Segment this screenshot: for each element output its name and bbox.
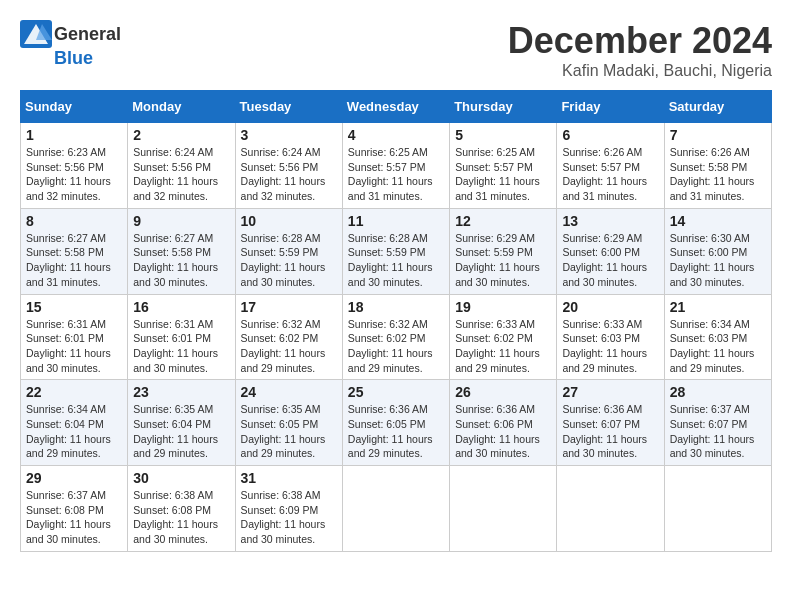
title-area: December 2024 Kafin Madaki, Bauchi, Nige…	[508, 20, 772, 80]
logo-icon	[20, 20, 52, 48]
day-number: 4	[348, 127, 444, 143]
logo-general-text: General	[54, 24, 121, 45]
weekday-header-friday: Friday	[557, 91, 664, 123]
day-number: 21	[670, 299, 766, 315]
day-number: 20	[562, 299, 658, 315]
day-number: 8	[26, 213, 122, 229]
day-number: 31	[241, 470, 337, 486]
day-info: Sunrise: 6:25 AM Sunset: 5:57 PM Dayligh…	[348, 145, 444, 204]
day-number: 29	[26, 470, 122, 486]
calendar-cell: 20Sunrise: 6:33 AM Sunset: 6:03 PM Dayli…	[557, 294, 664, 380]
logo: General Blue	[20, 20, 121, 69]
day-info: Sunrise: 6:28 AM Sunset: 5:59 PM Dayligh…	[348, 231, 444, 290]
day-info: Sunrise: 6:33 AM Sunset: 6:02 PM Dayligh…	[455, 317, 551, 376]
calendar-cell: 16Sunrise: 6:31 AM Sunset: 6:01 PM Dayli…	[128, 294, 235, 380]
month-title: December 2024	[508, 20, 772, 62]
calendar-week-1: 1Sunrise: 6:23 AM Sunset: 5:56 PM Daylig…	[21, 123, 772, 209]
calendar-cell	[557, 466, 664, 552]
day-info: Sunrise: 6:36 AM Sunset: 6:07 PM Dayligh…	[562, 402, 658, 461]
calendar-cell: 17Sunrise: 6:32 AM Sunset: 6:02 PM Dayli…	[235, 294, 342, 380]
day-info: Sunrise: 6:31 AM Sunset: 6:01 PM Dayligh…	[26, 317, 122, 376]
calendar-cell: 31Sunrise: 6:38 AM Sunset: 6:09 PM Dayli…	[235, 466, 342, 552]
day-number: 9	[133, 213, 229, 229]
day-number: 17	[241, 299, 337, 315]
weekday-header-sunday: Sunday	[21, 91, 128, 123]
location: Kafin Madaki, Bauchi, Nigeria	[508, 62, 772, 80]
day-number: 26	[455, 384, 551, 400]
calendar-cell: 18Sunrise: 6:32 AM Sunset: 6:02 PM Dayli…	[342, 294, 449, 380]
calendar-week-5: 29Sunrise: 6:37 AM Sunset: 6:08 PM Dayli…	[21, 466, 772, 552]
day-info: Sunrise: 6:32 AM Sunset: 6:02 PM Dayligh…	[348, 317, 444, 376]
day-number: 27	[562, 384, 658, 400]
day-number: 23	[133, 384, 229, 400]
day-number: 3	[241, 127, 337, 143]
day-info: Sunrise: 6:26 AM Sunset: 5:57 PM Dayligh…	[562, 145, 658, 204]
day-info: Sunrise: 6:33 AM Sunset: 6:03 PM Dayligh…	[562, 317, 658, 376]
day-number: 28	[670, 384, 766, 400]
calendar-cell: 26Sunrise: 6:36 AM Sunset: 6:06 PM Dayli…	[450, 380, 557, 466]
calendar-cell: 5Sunrise: 6:25 AM Sunset: 5:57 PM Daylig…	[450, 123, 557, 209]
calendar-cell: 11Sunrise: 6:28 AM Sunset: 5:59 PM Dayli…	[342, 208, 449, 294]
day-number: 2	[133, 127, 229, 143]
calendar-cell: 2Sunrise: 6:24 AM Sunset: 5:56 PM Daylig…	[128, 123, 235, 209]
calendar-cell: 19Sunrise: 6:33 AM Sunset: 6:02 PM Dayli…	[450, 294, 557, 380]
day-info: Sunrise: 6:24 AM Sunset: 5:56 PM Dayligh…	[133, 145, 229, 204]
day-number: 18	[348, 299, 444, 315]
day-info: Sunrise: 6:29 AM Sunset: 6:00 PM Dayligh…	[562, 231, 658, 290]
day-info: Sunrise: 6:35 AM Sunset: 6:05 PM Dayligh…	[241, 402, 337, 461]
calendar-cell	[664, 466, 771, 552]
weekday-header-wednesday: Wednesday	[342, 91, 449, 123]
weekday-header-tuesday: Tuesday	[235, 91, 342, 123]
calendar-cell: 14Sunrise: 6:30 AM Sunset: 6:00 PM Dayli…	[664, 208, 771, 294]
calendar-cell: 22Sunrise: 6:34 AM Sunset: 6:04 PM Dayli…	[21, 380, 128, 466]
day-info: Sunrise: 6:36 AM Sunset: 6:06 PM Dayligh…	[455, 402, 551, 461]
calendar-cell: 25Sunrise: 6:36 AM Sunset: 6:05 PM Dayli…	[342, 380, 449, 466]
day-info: Sunrise: 6:28 AM Sunset: 5:59 PM Dayligh…	[241, 231, 337, 290]
calendar-table: SundayMondayTuesdayWednesdayThursdayFrid…	[20, 90, 772, 552]
calendar-cell	[342, 466, 449, 552]
calendar-cell: 13Sunrise: 6:29 AM Sunset: 6:00 PM Dayli…	[557, 208, 664, 294]
calendar-header-row: SundayMondayTuesdayWednesdayThursdayFrid…	[21, 91, 772, 123]
day-number: 11	[348, 213, 444, 229]
day-info: Sunrise: 6:37 AM Sunset: 6:08 PM Dayligh…	[26, 488, 122, 547]
day-info: Sunrise: 6:38 AM Sunset: 6:09 PM Dayligh…	[241, 488, 337, 547]
day-number: 25	[348, 384, 444, 400]
day-number: 10	[241, 213, 337, 229]
calendar-cell: 4Sunrise: 6:25 AM Sunset: 5:57 PM Daylig…	[342, 123, 449, 209]
calendar-cell: 24Sunrise: 6:35 AM Sunset: 6:05 PM Dayli…	[235, 380, 342, 466]
calendar-cell: 29Sunrise: 6:37 AM Sunset: 6:08 PM Dayli…	[21, 466, 128, 552]
day-number: 6	[562, 127, 658, 143]
weekday-header-saturday: Saturday	[664, 91, 771, 123]
day-info: Sunrise: 6:23 AM Sunset: 5:56 PM Dayligh…	[26, 145, 122, 204]
calendar-cell: 15Sunrise: 6:31 AM Sunset: 6:01 PM Dayli…	[21, 294, 128, 380]
day-info: Sunrise: 6:38 AM Sunset: 6:08 PM Dayligh…	[133, 488, 229, 547]
day-number: 15	[26, 299, 122, 315]
calendar-cell: 3Sunrise: 6:24 AM Sunset: 5:56 PM Daylig…	[235, 123, 342, 209]
day-number: 14	[670, 213, 766, 229]
calendar-cell: 23Sunrise: 6:35 AM Sunset: 6:04 PM Dayli…	[128, 380, 235, 466]
day-number: 16	[133, 299, 229, 315]
day-info: Sunrise: 6:25 AM Sunset: 5:57 PM Dayligh…	[455, 145, 551, 204]
calendar-cell: 8Sunrise: 6:27 AM Sunset: 5:58 PM Daylig…	[21, 208, 128, 294]
weekday-header-monday: Monday	[128, 91, 235, 123]
calendar-cell: 10Sunrise: 6:28 AM Sunset: 5:59 PM Dayli…	[235, 208, 342, 294]
calendar-cell	[450, 466, 557, 552]
day-number: 12	[455, 213, 551, 229]
day-info: Sunrise: 6:30 AM Sunset: 6:00 PM Dayligh…	[670, 231, 766, 290]
logo-blue-text: Blue	[54, 48, 93, 69]
calendar-week-4: 22Sunrise: 6:34 AM Sunset: 6:04 PM Dayli…	[21, 380, 772, 466]
calendar-cell: 1Sunrise: 6:23 AM Sunset: 5:56 PM Daylig…	[21, 123, 128, 209]
day-number: 1	[26, 127, 122, 143]
calendar-cell: 30Sunrise: 6:38 AM Sunset: 6:08 PM Dayli…	[128, 466, 235, 552]
calendar-cell: 21Sunrise: 6:34 AM Sunset: 6:03 PM Dayli…	[664, 294, 771, 380]
day-info: Sunrise: 6:34 AM Sunset: 6:04 PM Dayligh…	[26, 402, 122, 461]
day-info: Sunrise: 6:26 AM Sunset: 5:58 PM Dayligh…	[670, 145, 766, 204]
calendar-week-3: 15Sunrise: 6:31 AM Sunset: 6:01 PM Dayli…	[21, 294, 772, 380]
day-info: Sunrise: 6:24 AM Sunset: 5:56 PM Dayligh…	[241, 145, 337, 204]
weekday-header-thursday: Thursday	[450, 91, 557, 123]
day-number: 7	[670, 127, 766, 143]
day-number: 22	[26, 384, 122, 400]
day-info: Sunrise: 6:27 AM Sunset: 5:58 PM Dayligh…	[133, 231, 229, 290]
page-header: General Blue December 2024 Kafin Madaki,…	[20, 20, 772, 80]
calendar-cell: 27Sunrise: 6:36 AM Sunset: 6:07 PM Dayli…	[557, 380, 664, 466]
